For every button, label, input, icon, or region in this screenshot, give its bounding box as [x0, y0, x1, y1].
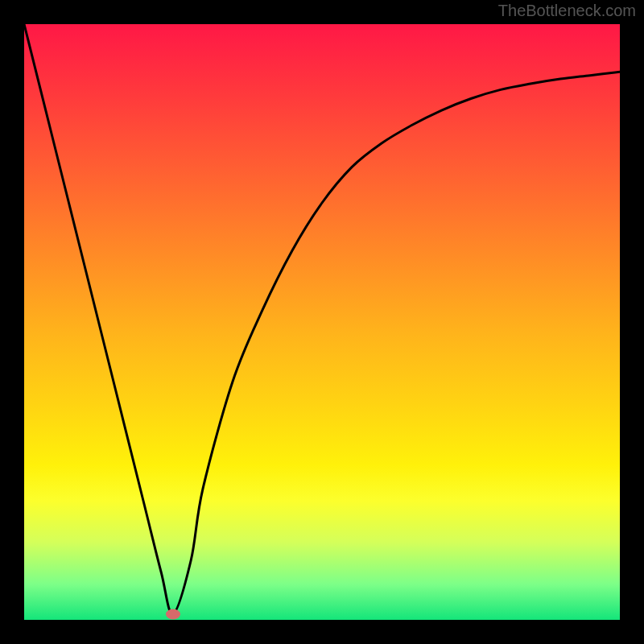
- plot-area: [24, 24, 620, 620]
- curve-svg: [24, 24, 620, 620]
- chart-frame: TheBottleneck.com: [0, 0, 644, 644]
- bottleneck-marker: [166, 609, 180, 619]
- watermark-text: TheBottleneck.com: [498, 2, 636, 20]
- bottleneck-curve: [24, 24, 620, 614]
